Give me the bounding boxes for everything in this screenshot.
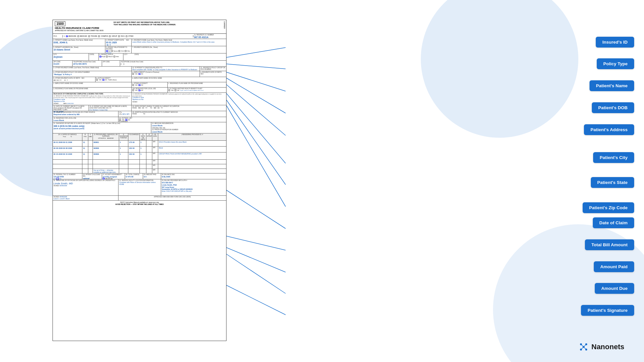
annotation-policy-type: Policy Type xyxy=(597,58,634,69)
annotation-patients-state: Patient's State xyxy=(591,177,634,188)
form-subtitle: APPROVED BY NATIONAL UNIFORM CLAIM COMMI… xyxy=(55,30,224,31)
annotation-patients-address: Patient's Address xyxy=(584,124,634,135)
svg-line-18 xyxy=(581,344,584,347)
carrier-label: CARRIER xyxy=(224,21,225,29)
svg-line-7 xyxy=(226,106,286,207)
bg-circle-right-top xyxy=(421,0,578,138)
svg-line-0 xyxy=(226,48,286,57)
logo-container: Nanonets xyxy=(578,342,624,352)
nanonets-logo-icon xyxy=(578,342,589,352)
health-insurance-claim-form: 1500 HEALTH INSURANCE CLAIM FORM APPROVE… xyxy=(53,20,226,341)
svg-line-20 xyxy=(581,347,584,350)
svg-line-4 xyxy=(226,85,286,135)
svg-line-19 xyxy=(584,344,586,347)
bg-circle-right-bottom xyxy=(493,224,644,362)
svg-line-1 xyxy=(226,64,286,69)
svg-line-5 xyxy=(226,93,286,163)
svg-line-21 xyxy=(584,347,586,350)
nucc-footer: NUCC Instruction Manual available at: ww… xyxy=(53,200,226,206)
annotation-patients-city: Patient's City xyxy=(593,152,634,163)
annotation-patients-dob: Patient's DOB xyxy=(592,102,634,113)
form-notice: DO NOT WRITE OR PRINT ANY INFORMATION AB… xyxy=(114,21,176,26)
annotation-patients-name: Patient's Name xyxy=(590,80,634,91)
nanonets-logo-text: Nanonets xyxy=(591,343,624,351)
svg-line-8 xyxy=(226,190,286,229)
form-number: 1500 xyxy=(55,21,65,26)
svg-line-11 xyxy=(226,254,286,293)
form-title: HEALTH INSURANCE CLAIM FORM xyxy=(55,27,224,30)
svg-line-6 xyxy=(226,100,286,185)
annotation-insureds-id: Insured's ID xyxy=(596,37,634,48)
annotation-patients-zip: Patient's Zip Code xyxy=(583,202,634,213)
svg-line-2 xyxy=(226,72,286,91)
svg-line-12 xyxy=(226,285,286,315)
svg-line-10 xyxy=(226,248,286,272)
svg-line-9 xyxy=(226,236,286,250)
svg-line-3 xyxy=(226,78,286,113)
